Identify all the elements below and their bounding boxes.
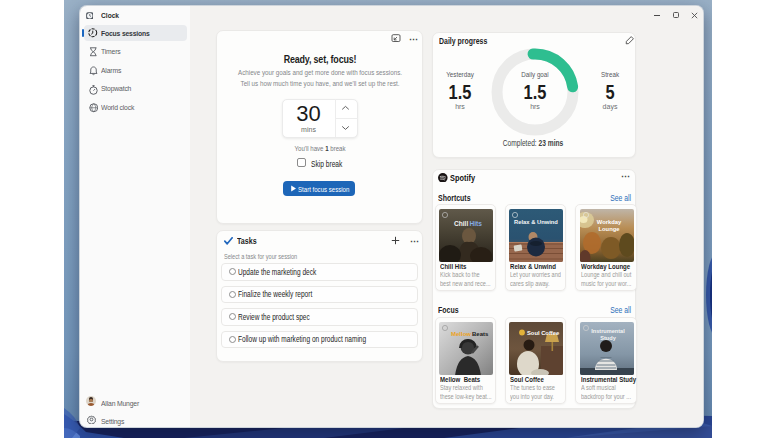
svg-text:Chill: Chill (454, 220, 468, 227)
svg-text:Mellow: Mellow (451, 330, 471, 336)
svg-text:Instrumental: Instrumental (591, 327, 625, 333)
svg-text:Lounge: Lounge (598, 226, 620, 232)
svg-text:Hits: Hits (470, 220, 483, 227)
svg-text:Beats: Beats (472, 330, 489, 336)
svg-text:Relax & Unwind: Relax & Unwind (514, 219, 558, 225)
svg-text:Workday: Workday (596, 218, 621, 224)
svg-text:Soul Coffee: Soul Coffee (527, 329, 560, 335)
svg-text:Study: Study (600, 334, 616, 340)
